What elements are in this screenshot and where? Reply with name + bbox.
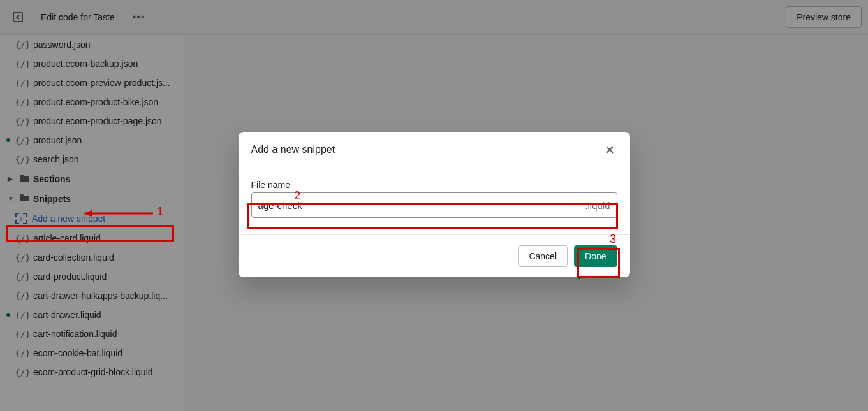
done-button[interactable]: Done bbox=[574, 245, 617, 267]
file-name-label: File name bbox=[251, 180, 617, 190]
file-name-input-wrap: .liquid bbox=[251, 192, 617, 218]
file-extension-suffix: .liquid bbox=[585, 200, 610, 211]
modal-footer: Cancel Done bbox=[239, 234, 630, 277]
add-snippet-modal: Add a new snippet File name .liquid Canc… bbox=[239, 132, 630, 277]
modal-body: File name .liquid bbox=[239, 168, 630, 234]
cancel-button[interactable]: Cancel bbox=[518, 245, 568, 267]
modal-close-button[interactable] bbox=[602, 142, 617, 157]
close-icon bbox=[603, 143, 616, 156]
modal-header: Add a new snippet bbox=[239, 132, 630, 168]
modal-title: Add a new snippet bbox=[251, 144, 335, 155]
file-name-input[interactable] bbox=[258, 193, 585, 217]
